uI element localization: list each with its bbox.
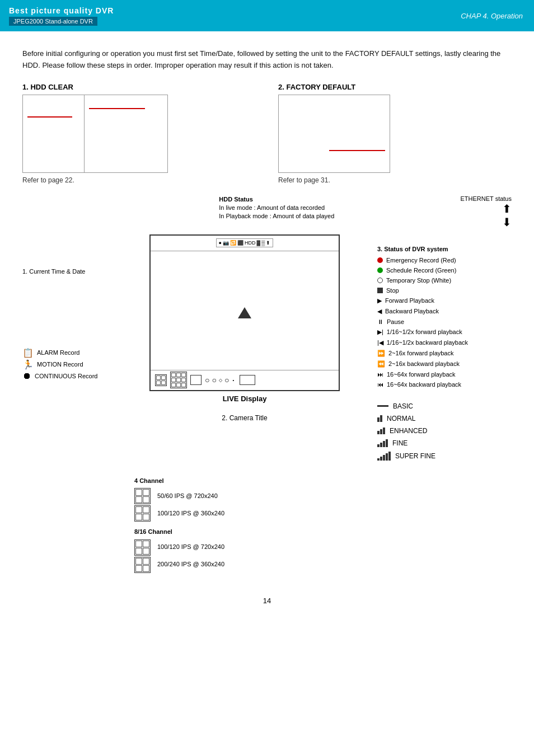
status-icon-2: 📷 xyxy=(223,240,229,246)
live-left-labels: 1. Current Time & Date 📋 ALARM Record 🏃 … xyxy=(22,234,112,465)
factory-underline xyxy=(329,150,385,151)
status-ff: ⏩ 2~16x forward playback xyxy=(377,350,512,357)
status-pause-label: Pause xyxy=(387,318,404,325)
page-number: 14 xyxy=(22,597,512,605)
header-left: Best picture quality DVR JPEG2000 Stand-… xyxy=(0,0,449,31)
continuous-record-item: ⏺ CONTINUOUS Record xyxy=(22,371,112,381)
hdd-status-line1: In live mode : Amount of data recorded xyxy=(219,204,353,212)
hdd-status-annotation: HDD Status In live mode : Amount of data… xyxy=(219,195,353,229)
quality-normal: NORMAL xyxy=(377,415,512,422)
ethernet-icon-down: ⬇ xyxy=(461,215,512,229)
main-content: Before initial configuring or operation … xyxy=(0,31,534,622)
status-ff-label: 2~16x forward playback xyxy=(388,350,453,356)
status-icon-7: ▒ xyxy=(261,240,265,246)
alarm-record-item: 📋 ALARM Record xyxy=(22,348,112,358)
continuous-record-label: CONTINUOUS Record xyxy=(35,373,97,379)
hdd-underline-2 xyxy=(89,108,145,109)
grid-icon-2 xyxy=(170,372,187,388)
status-schedule-label: Schedule Record (Green) xyxy=(386,267,456,274)
ethernet-label: ETHERNET status xyxy=(461,195,512,202)
ethernet-annotation: ETHERNET status ⬆ ⬇ xyxy=(461,195,512,229)
quality-enhanced: ENHANCED xyxy=(377,427,512,435)
status-temp-stop-label: Temporary Stop (White) xyxy=(386,277,451,284)
channel-section: 4 Channel 50/60 IPS @ 720x240 100/120 IP… xyxy=(22,476,512,574)
live-arrow-up xyxy=(238,307,251,318)
header-chapter: CHAP 4. Operation xyxy=(449,0,534,31)
single-icon xyxy=(190,375,202,385)
alarm-icon: 📋 xyxy=(22,348,34,358)
hdd-clear-section: 1. HDD CLEAR Refer to page 22. xyxy=(22,83,256,184)
status-slow-bwd-label: 1/16~1/2x backward playback xyxy=(387,339,468,346)
motion-record-label: MOTION Record xyxy=(37,361,83,368)
status-fb: ⏪ 2~16x backward playback xyxy=(377,360,512,368)
slow-fwd-icon: ▶| xyxy=(377,328,383,336)
live-center-display: ● 📷 🔁 ⬛ HDD ▓ ▒ ⬆ xyxy=(118,234,372,465)
status-emergency: Emergency Record (Red) xyxy=(377,257,512,264)
status-icon-6: ▓ xyxy=(256,240,260,246)
quality-super-fine: SUPER FINE xyxy=(377,452,512,461)
ch4-row1: 50/60 IPS @ 720x240 xyxy=(134,488,224,504)
fff-icon: ⏭ xyxy=(377,371,383,378)
dot-emergency xyxy=(377,257,383,263)
status-icon-5: HDD xyxy=(245,240,256,246)
live-display-section: HDD Status In live mode : Amount of data… xyxy=(22,195,512,574)
ch4-icon-1 xyxy=(134,488,151,504)
ch4-line1: 50/60 IPS @ 720x240 xyxy=(157,491,218,501)
pause-icon: ⏸ xyxy=(377,318,383,325)
status-temp-stop: Temporary Stop (White) xyxy=(377,277,512,284)
status-slow-fwd-label: 1/16~1/2x forward playback xyxy=(387,328,462,335)
status-title: 3. Status of DVR system xyxy=(377,246,512,252)
ch4-row2: 100/120 IPS @ 360x240 xyxy=(134,505,224,522)
live-right-status: 3. Status of DVR system Emergency Record… xyxy=(377,234,512,465)
factory-default-section: 2. FACTORY DEFAULT Refer to page 31. xyxy=(278,83,512,184)
refer-factory: Refer to page 31. xyxy=(278,176,512,184)
status-stop-label: Stop xyxy=(386,287,399,294)
bwd-play-icon: ◀ xyxy=(377,308,382,315)
header-title: Best picture quality DVR xyxy=(9,6,441,15)
status-icon-4: ⬛ xyxy=(237,240,243,246)
quality-basic: BASIC xyxy=(377,402,512,410)
intro-text: Before initial configuring or operation … xyxy=(22,48,512,72)
quality-fine: FINE xyxy=(377,439,512,447)
super-fine-bar-icon xyxy=(377,452,391,461)
status-schedule: Schedule Record (Green) xyxy=(377,267,512,274)
status-fwd-play-label: Forward Playback xyxy=(385,297,434,304)
motion-icon: 🏃 xyxy=(22,359,34,370)
channel-816-title: 8/16 Channel xyxy=(134,527,224,537)
quality-enhanced-label: ENHANCED xyxy=(390,427,427,435)
page-header: Best picture quality DVR JPEG2000 Stand-… xyxy=(0,0,534,31)
ch4-line2: 100/120 IPS @ 360x240 xyxy=(157,509,224,519)
status-slow-fwd: ▶| 1/16~1/2x forward playback xyxy=(377,328,512,336)
ch816-line1: 100/120 IPS @ 720x240 xyxy=(157,542,224,552)
channel-4ch: 4 Channel 50/60 IPS @ 720x240 100/120 IP… xyxy=(134,476,224,574)
normal-bar-icon xyxy=(377,415,382,422)
status-icon-8: ⬆ xyxy=(266,240,270,246)
enhanced-bar-icon xyxy=(377,428,385,434)
hdd-right-panel xyxy=(85,95,167,172)
wide-box xyxy=(240,375,255,385)
status-fff-label: 16~64x forward playback xyxy=(387,371,456,378)
status-bwd-play: ◀ Backward Playback xyxy=(377,308,512,315)
camera-title-text: 2. Camera Title xyxy=(222,414,267,422)
ch4-icon-2 xyxy=(134,505,151,522)
dot-temp-stop xyxy=(377,278,383,283)
status-fff: ⏭ 16~64x forward playback xyxy=(377,371,512,378)
status-fwd-play: ▶ Forward Playback xyxy=(377,297,512,304)
ff-icon: ⏩ xyxy=(377,350,385,357)
top-annotations: HDD Status In live mode : Amount of data… xyxy=(22,195,512,229)
setup-row: 1. HDD CLEAR Refer to page 22. 2. FACTOR… xyxy=(22,83,512,184)
fb-icon: ⏪ xyxy=(377,360,385,368)
factory-default-label: 2. FACTORY DEFAULT xyxy=(278,83,512,91)
status-fb-label: 2~16x backward playback xyxy=(388,360,460,367)
quality-basic-label: BASIC xyxy=(393,402,413,410)
ch816-row1: 100/120 IPS @ 720x240 xyxy=(134,539,224,556)
refer-hdd: Refer to page 22. xyxy=(22,176,256,184)
header-subtitle: JPEG2000 Stand-alone DVR xyxy=(9,17,97,26)
live-status-bar: ● 📷 🔁 ⬛ HDD ▓ ▒ ⬆ xyxy=(151,236,339,251)
live-display-label: LIVE Display xyxy=(223,395,267,403)
motion-record-item: 🏃 MOTION Record xyxy=(22,359,112,370)
status-slow-bwd: |◀ 1/16~1/2x backward playback xyxy=(377,339,512,346)
live-section-main: 1. Current Time & Date 📋 ALARM Record 🏃 … xyxy=(22,234,512,465)
status-icon-1: ● xyxy=(219,240,222,246)
slow-bwd-icon: |◀ xyxy=(377,339,383,346)
